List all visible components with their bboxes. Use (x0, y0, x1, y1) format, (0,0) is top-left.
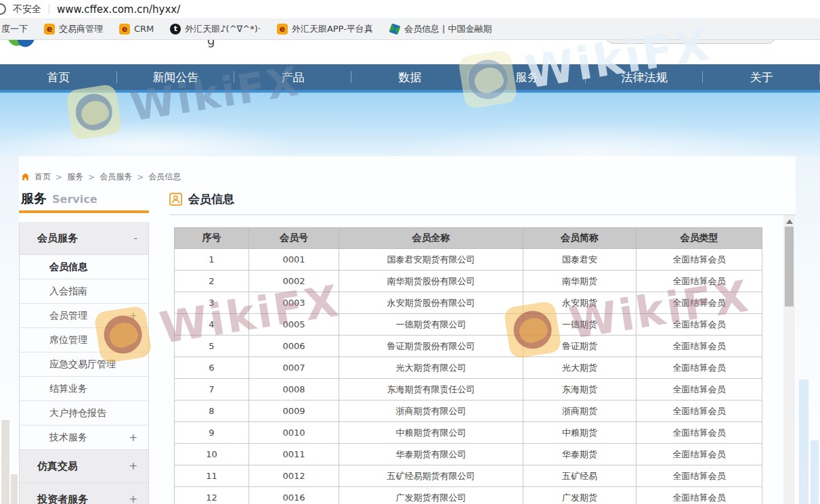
main-nav: 首页 新闻公告 产品 数据 服务 法律法规 关于 (0, 64, 820, 90)
sidebar-item-label: 应急交易厅管理 (49, 359, 116, 371)
nav-item[interactable]: 法律法规 (586, 64, 703, 90)
url-text[interactable]: www.cffex.com.cn/hyxx/ (57, 3, 180, 16)
cell-member-type: 全面结算会员 (636, 444, 762, 465)
site-name-fragment: g (207, 39, 215, 47)
cell-full-name: 光大期货有限公司 (339, 357, 523, 379)
sidebar-menu-item[interactable]: 席位管理 (20, 328, 148, 352)
sidebar-menu-item[interactable]: 结算业务 (20, 377, 148, 401)
security-info-icon[interactable] (0, 3, 6, 15)
cell-full-name: 永安期货股份有限公司 (339, 292, 523, 314)
expand-toggle-icon[interactable]: - (134, 232, 137, 244)
cell-full-name: 广发期货有限公司 (339, 487, 523, 504)
sidebar-menu-item[interactable]: 技术服务 + (20, 426, 148, 450)
expand-toggle-icon[interactable]: + (129, 432, 137, 444)
cell-member-type: 全面结算会员 (636, 271, 762, 292)
cell-index: 4 (175, 314, 249, 336)
sidebar-menu-item[interactable]: 仿真交易 + (20, 450, 148, 483)
cell-short-name: 五矿经易 (523, 465, 636, 487)
breadcrumb-separator: > (137, 173, 144, 182)
sidebar-menu-item[interactable]: 入会指南 (20, 279, 148, 304)
cell-member-no: 0016 (249, 487, 339, 504)
cell-member-type: 全面结算会员 (636, 314, 762, 336)
cell-short-name: 中粮期货 (523, 422, 636, 444)
breadcrumb-separator: > (56, 173, 62, 182)
nav-item[interactable]: 产品 (234, 64, 351, 90)
cell-short-name: 东海期货 (523, 379, 636, 400)
sidebar-menu-item[interactable]: 会员服务 - (20, 222, 148, 255)
cell-short-name: 广发期货 (523, 487, 636, 504)
bookmark-item[interactable]: 外汇天眼♪(^∇^*)· (170, 23, 261, 35)
scrollbar-thumb[interactable] (785, 227, 794, 306)
nav-item[interactable]: 首页 (0, 64, 117, 90)
expand-toggle-icon[interactable]: + (129, 493, 137, 504)
cell-full-name: 华泰期货有限公司 (339, 444, 523, 465)
bookmark-label: 会员信息 | 中国金融期 (404, 23, 492, 35)
cell-full-name: 国泰君安期货有限公司 (339, 249, 523, 271)
cell-member-type: 全面结算会员 (636, 422, 762, 444)
cell-full-name: 鲁证期货股份有限公司 (339, 336, 523, 357)
table-row: 5 0006 鲁证期货股份有限公司 鲁证期货 全面结算会员 (175, 336, 762, 357)
nav-item[interactable]: 服务 (469, 64, 586, 90)
bookmark-item[interactable]: CRM (119, 24, 154, 35)
cell-full-name: 南华期货股份有限公司 (339, 271, 523, 292)
bookmark-label: CRM (134, 24, 154, 34)
nav-item[interactable]: 新闻公告 (117, 64, 234, 90)
table-row: 8 0009 浙商期货有限公司 浙商期货 全面结算会员 (175, 400, 762, 422)
sidebar-menu-item[interactable]: 会员管理 + (20, 304, 148, 328)
cell-short-name: 永安期货 (523, 292, 636, 314)
table-header-row: 序号 会员号 会员全称 会员简称 会员类型 (175, 228, 762, 249)
cell-full-name: 一德期货有限公司 (339, 314, 523, 336)
cell-member-type: 全面结算会员 (636, 465, 762, 487)
breadcrumb-item[interactable]: 服务 (67, 171, 83, 183)
sidebar-item-label: 入会指南 (49, 285, 87, 298)
table-header-cell: 会员号 (249, 228, 339, 249)
table-header-cell: 序号 (175, 228, 249, 249)
bookmark-item[interactable]: 外汇天眼APP-平台真 (277, 23, 373, 35)
cell-index: 1 (175, 249, 249, 271)
cell-short-name: 一德期货 (523, 314, 636, 336)
sidebar-menu-item[interactable]: 投资者服务 + (20, 483, 148, 504)
cell-index: 9 (175, 422, 249, 444)
nav-accent-strip (0, 90, 820, 93)
breadcrumb: 首页 > 服务 > 会员服务 > 会员信息 > (21, 171, 181, 183)
sidebar-item-label: 大户持仓报告 (49, 407, 106, 419)
site-header: g (0, 39, 820, 64)
sidebar-title-zh: 服务 (21, 190, 47, 208)
expand-toggle-icon[interactable]: + (129, 310, 137, 322)
cell-short-name: 华泰期货 (523, 444, 636, 465)
bookmark-item[interactable]: 交易商管理 (44, 23, 103, 35)
expand-toggle-icon[interactable]: + (129, 460, 137, 472)
cell-member-type: 全面结算会员 (636, 336, 762, 357)
cell-full-name: 浙商期货有限公司 (339, 400, 523, 422)
bookmark-item[interactable]: 度一下 (1, 23, 28, 35)
bookmark-favicon (170, 24, 181, 35)
sky-banner (0, 93, 820, 156)
cell-member-no: 0011 (249, 444, 339, 465)
bookmark-item[interactable]: 会员信息 | 中国金融期 (389, 23, 492, 35)
breadcrumb-item[interactable]: 会员信息 (148, 171, 181, 183)
cell-index: 8 (175, 400, 249, 422)
table-row: 10 0011 华泰期货有限公司 华泰期货 全面结算会员 (175, 444, 762, 465)
table-header-cell: 会员简称 (523, 228, 636, 249)
table-row: 1 0001 国泰君安期货有限公司 国泰君安 全面结算会员 (175, 249, 762, 271)
browser-address-bar[interactable]: 不安全 www.cffex.com.cn/hyxx/ (0, 0, 820, 19)
nav-item[interactable]: 关于 (703, 64, 820, 90)
cell-member-type: 全面结算会员 (636, 249, 762, 271)
table-scrollbar[interactable] (783, 215, 795, 504)
cell-member-type: 全面结算会员 (636, 400, 762, 422)
sidebar-item-label: 会员信息 (49, 261, 87, 273)
address-divider (49, 4, 49, 14)
breadcrumb-item[interactable]: 会员服务 (100, 171, 132, 183)
site-search-input[interactable] (605, 39, 777, 44)
breadcrumb-item[interactable]: 首页 (35, 171, 51, 183)
sidebar-menu-item[interactable]: 大户持仓报告 (20, 401, 148, 426)
table-row: 7 0008 东海期货有限责任公司 东海期货 全面结算会员 (175, 379, 762, 400)
cell-index: 2 (175, 271, 249, 292)
bookmark-favicon (389, 23, 400, 35)
sidebar-menu-item[interactable]: 应急交易厅管理 (20, 352, 148, 377)
cell-member-type: 全面结算会员 (636, 379, 762, 400)
nav-item[interactable]: 数据 (351, 64, 469, 90)
scrollbar-up-arrow-icon[interactable] (786, 219, 793, 224)
table-row: 9 0010 中粮期货有限公司 中粮期货 全面结算会员 (175, 422, 762, 444)
sidebar-menu-item[interactable]: 会员信息 (20, 255, 148, 279)
